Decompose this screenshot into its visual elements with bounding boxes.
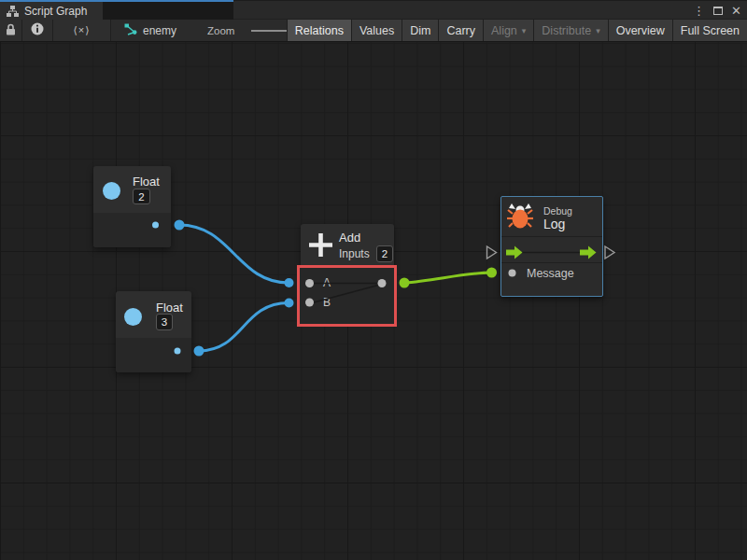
plus-icon xyxy=(306,231,335,263)
float-unit-icon xyxy=(103,182,120,200)
wire-float3-to-add-b[interactable] xyxy=(199,303,289,352)
full-screen-button[interactable]: Full Screen xyxy=(672,20,747,41)
divider xyxy=(501,262,602,263)
wire-endpoint[interactable] xyxy=(486,268,497,278)
flow-enter-triangle-icon[interactable] xyxy=(487,246,497,259)
debug-log-node[interactable]: Debug Log Message xyxy=(500,196,603,297)
toolbar-left-group: ⟨×⟩ xyxy=(0,20,111,41)
titlebar-right: ⋮ ✕ xyxy=(233,0,747,20)
port-b-label: B xyxy=(323,297,331,308)
wire-float2-to-add-a[interactable] xyxy=(179,225,289,283)
wire-endpoint[interactable] xyxy=(400,278,410,288)
toolbar-right-group: Relations Values Dim Carry Align ▾ Distr… xyxy=(287,20,747,41)
menu-icon[interactable]: ⋮ xyxy=(693,5,705,17)
add-node-header[interactable]: Add Inputs 2 xyxy=(301,224,394,267)
wire-endpoint[interactable] xyxy=(285,278,294,287)
float-node-3-footer xyxy=(116,338,191,372)
graph-hierarchy-icon xyxy=(7,6,19,17)
info-icon xyxy=(31,22,44,39)
overview-button[interactable]: Overview xyxy=(608,20,672,41)
divider xyxy=(501,236,602,237)
float-unit-icon xyxy=(124,308,142,326)
float-value-field[interactable]: 2 xyxy=(133,189,150,204)
node-title: Float xyxy=(133,175,160,188)
float-value-field[interactable]: 3 xyxy=(156,314,173,330)
wire-add-to-message[interactable] xyxy=(404,273,491,283)
message-port-label: Message xyxy=(527,268,574,280)
dim-button[interactable]: Dim xyxy=(402,20,438,41)
code-icon: ⟨×⟩ xyxy=(73,24,90,36)
distribute-button[interactable]: Distribute ▾ xyxy=(533,20,607,41)
lock-button[interactable] xyxy=(0,20,22,41)
node-title: Float xyxy=(156,301,183,314)
zoom-label: Zoom xyxy=(207,25,234,36)
wire-endpoint[interactable] xyxy=(285,299,294,308)
close-icon[interactable]: ✕ xyxy=(731,5,741,17)
tab-label: Script Graph xyxy=(24,5,87,18)
toolbar: ⟨×⟩ enemy Zoom 1x Relations xyxy=(0,20,747,42)
chevron-down-icon: ▾ xyxy=(522,26,527,35)
graph-name: enemy xyxy=(143,24,176,37)
chevron-down-icon: ▾ xyxy=(596,26,600,35)
relations-button[interactable]: Relations xyxy=(287,20,351,41)
carry-button[interactable]: Carry xyxy=(438,20,483,41)
flow-exit-triangle-icon[interactable] xyxy=(605,246,614,259)
add-node-ports[interactable]: A B xyxy=(300,267,394,324)
node-category: Debug xyxy=(543,206,572,217)
inputs-count-field[interactable]: 2 xyxy=(376,245,393,262)
graph-canvas[interactable]: Float 2 Float 3 Add Inputs 2 A B xyxy=(0,42,747,560)
code-view-button[interactable]: ⟨×⟩ xyxy=(53,20,111,41)
window-controls: ⋮ ✕ xyxy=(693,1,741,20)
tab-well: Script Graph xyxy=(0,0,233,20)
align-button[interactable]: Align ▾ xyxy=(483,20,533,41)
wire-endpoint[interactable] xyxy=(194,346,204,357)
inspect-button[interactable] xyxy=(22,20,53,41)
maximize-icon[interactable] xyxy=(713,7,723,15)
float-node-2-footer xyxy=(93,213,171,247)
script-graph-window: Script Graph ⋮ ✕ xyxy=(0,0,747,560)
graph-breadcrumb[interactable]: enemy xyxy=(124,20,176,41)
bug-icon xyxy=(507,202,533,234)
tab-script-graph[interactable]: Script Graph xyxy=(0,2,103,20)
graph-asset-icon xyxy=(124,22,137,39)
float-node-3[interactable]: Float 3 xyxy=(116,291,191,372)
inputs-label: Inputs xyxy=(339,248,370,259)
node-title: Add xyxy=(339,231,360,244)
titlebar: Script Graph ⋮ ✕ xyxy=(0,0,747,20)
values-button[interactable]: Values xyxy=(351,20,402,41)
node-title: Log xyxy=(543,217,565,231)
port-a-label: A xyxy=(323,277,331,288)
wire-endpoint[interactable] xyxy=(175,220,185,231)
float-node-2[interactable]: Float 2 xyxy=(93,166,171,247)
lock-icon xyxy=(6,22,16,39)
